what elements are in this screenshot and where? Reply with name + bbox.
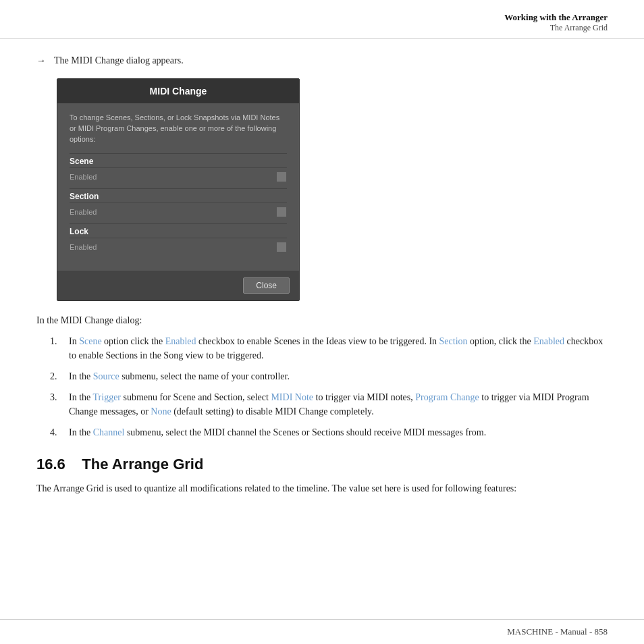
dialog-title: MIDI Change: [57, 79, 299, 103]
link-scene: Scene: [79, 336, 101, 346]
numbered-list: 1. In Scene option click the Enabled che…: [50, 334, 608, 439]
section-heading: 16.6 The Arrange Grid: [36, 456, 608, 473]
body-intro: In the MIDI Change dialog:: [36, 313, 608, 327]
list-text-2: In the Source submenu, select the name o…: [69, 369, 608, 383]
lock-enabled-checkbox[interactable]: [276, 242, 287, 252]
scene-enabled-checkbox[interactable]: [276, 171, 287, 182]
link-none: None: [151, 406, 171, 417]
list-item-2: 2. In the Source submenu, select the nam…: [50, 369, 608, 383]
main-content: → The MIDI Change dialog appears. MIDI C…: [0, 39, 644, 516]
lock-enabled-label: Enabled: [70, 243, 97, 251]
list-text-4: In the Channel submenu, select the MIDI …: [69, 425, 608, 439]
midi-change-dialog: MIDI Change To change Scenes, Sections, …: [57, 78, 300, 301]
header-subtitle: The Arrange Grid: [36, 23, 608, 33]
link-channel: Channel: [93, 427, 125, 437]
link-section: Section: [439, 336, 468, 346]
dialog-description: To change Scenes, Sections, or Lock Snap…: [70, 113, 287, 145]
link-enabled-1: Enabled: [165, 336, 196, 346]
list-text-1: In Scene option click the Enabled checkb…: [69, 334, 608, 363]
dialog-wrapper: MIDI Change To change Scenes, Sections, …: [57, 78, 608, 301]
page-header: Working with the Arranger The Arrange Gr…: [0, 0, 644, 39]
intro-text: The MIDI Change dialog appears.: [54, 55, 184, 66]
header-title: Working with the Arranger: [36, 12, 608, 23]
section-label: Section: [70, 188, 287, 203]
section-enabled-label: Enabled: [70, 208, 97, 216]
close-button[interactable]: Close: [243, 277, 290, 294]
dialog-footer: Close: [57, 271, 299, 300]
section-enabled-checkbox[interactable]: [276, 207, 287, 217]
intro-line: → The MIDI Change dialog appears.: [36, 55, 608, 66]
list-num-1: 1.: [50, 334, 69, 363]
list-item-1: 1. In Scene option click the Enabled che…: [50, 334, 608, 363]
list-text-3: In the Trigger submenu for Scene and Sec…: [69, 390, 608, 419]
section-title: The Arrange Grid: [82, 456, 203, 473]
link-trigger: Trigger: [93, 392, 122, 402]
lock-label: Lock: [70, 223, 287, 238]
link-midi-note: MIDI Note: [271, 392, 313, 402]
link-enabled-2: Enabled: [533, 336, 564, 346]
section-body: The Arrange Grid is used to quantize all…: [36, 481, 608, 495]
list-num-2: 2.: [50, 369, 69, 383]
section-enabled-row: Enabled: [70, 203, 287, 221]
footer-text: MASCHINE - Manual - 858: [507, 626, 608, 637]
link-program-change: Program Change: [415, 392, 479, 402]
list-num-4: 4.: [50, 425, 69, 439]
dialog-body: To change Scenes, Sections, or Lock Snap…: [57, 103, 299, 265]
section-number: 16.6: [36, 456, 65, 473]
scene-label: Scene: [70, 153, 287, 167]
arrow-icon: →: [36, 55, 46, 66]
lock-enabled-row: Enabled: [70, 238, 287, 256]
link-source: Source: [93, 371, 119, 381]
list-item-4: 4. In the Channel submenu, select the MI…: [50, 425, 608, 439]
scene-enabled-row: Enabled: [70, 167, 287, 186]
list-item-3: 3. In the Trigger submenu for Scene and …: [50, 390, 608, 419]
list-num-3: 3.: [50, 390, 69, 419]
page-footer: MASCHINE - Manual - 858: [0, 619, 644, 644]
scene-enabled-label: Enabled: [70, 173, 97, 181]
